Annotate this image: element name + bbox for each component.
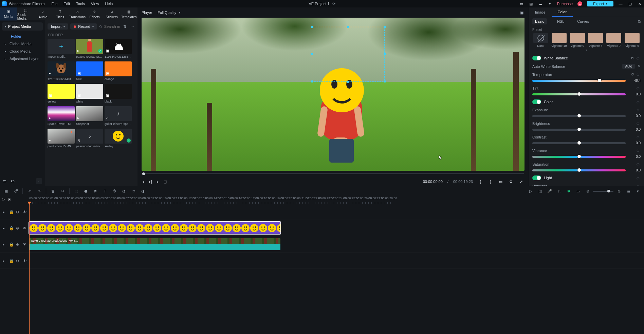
saturation-value[interactable]: 0.0	[629, 168, 641, 172]
playhead[interactable]	[29, 204, 30, 334]
prev-frame-button[interactable]: ◂	[142, 180, 144, 184]
tl-ai-icon[interactable]: ✱	[566, 188, 571, 194]
tl-text-icon[interactable]: T	[102, 188, 108, 194]
quality-dropdown[interactable]: Full Quality▾	[158, 11, 180, 15]
media-item[interactable]: ▸▲production ID_4568686	[48, 129, 75, 150]
cloud-icon[interactable]: ☁	[538, 1, 543, 6]
sidebar-item-cloud-media[interactable]: Cloud Media	[0, 48, 45, 55]
tl-tag-icon[interactable]: ⬣	[83, 188, 89, 194]
preset-item[interactable]: Vignette 9	[569, 33, 586, 48]
sidebar-item-global-media[interactable]: Global Media	[0, 40, 45, 48]
media-search-input[interactable]	[104, 24, 120, 29]
tl-more-icon[interactable]: ▾	[635, 188, 641, 194]
sidebar-item-adjustment-layer[interactable]: Adjustment Layer	[0, 55, 45, 62]
media-search[interactable]	[99, 24, 120, 29]
wb-reset-icon[interactable]: ↺	[631, 56, 634, 60]
media-item[interactable]: ▣black	[105, 84, 132, 105]
subtab-hsl[interactable]: HSL	[554, 18, 567, 24]
preset-item[interactable]: Vignette 6	[624, 33, 641, 48]
window-close-icon[interactable]: ✕	[637, 1, 642, 6]
tab-color[interactable]: Color	[552, 7, 573, 17]
media-item[interactable]: ▸12161396651491232744…	[48, 61, 75, 82]
lane-4[interactable]	[29, 253, 644, 269]
preset-item[interactable]: Vignette 8	[587, 33, 604, 48]
contrast-kf-slot[interactable]: ◇	[637, 135, 641, 139]
premium-icon[interactable]: ✦	[548, 1, 552, 6]
tl-split-icon[interactable]: ✂	[60, 188, 65, 194]
media-item[interactable]: +Import Media	[48, 39, 75, 60]
media-item[interactable]: ▣yellow	[48, 84, 75, 105]
export-button[interactable]: Export▾	[587, 1, 613, 6]
light-kf-slot[interactable]: ◇	[637, 176, 641, 180]
exposure-slider[interactable]	[532, 115, 626, 117]
tl-flag-icon[interactable]: ◫	[537, 188, 543, 194]
import-dropdown[interactable]: Import▾	[48, 23, 68, 30]
contrast-value[interactable]: 0.0	[629, 141, 641, 145]
temperature-value[interactable]: 46.4	[629, 79, 641, 82]
tl-speed-icon[interactable]: ⏱	[112, 188, 117, 194]
tl-crop-icon[interactable]: ⬚	[74, 188, 79, 194]
tl-color-icon[interactable]: ◑	[140, 188, 146, 194]
menu-tools[interactable]: Tools	[76, 2, 85, 6]
preset-item[interactable]: Vignette 7	[605, 33, 622, 48]
ribbon-audio[interactable]: ♪Audio	[34, 7, 52, 20]
tint-keyframe-slot[interactable]: ◇	[637, 86, 641, 90]
media-item[interactable]: ▸✓pexels-rodnae-produc…	[76, 39, 103, 60]
tl-redo-icon[interactable]: ↷	[36, 188, 42, 194]
menu-view[interactable]: View	[91, 2, 99, 6]
ribbon-media[interactable]: ▣Media	[0, 7, 17, 20]
vibrance-slider[interactable]	[532, 156, 626, 158]
snapshot-icon[interactable]: ▣	[519, 10, 525, 15]
window-maximize-icon[interactable]: ▢	[628, 1, 632, 6]
eyedropper-icon[interactable]: ✎	[638, 64, 641, 69]
preset-collapse-icon[interactable]: ▾	[532, 48, 641, 52]
track-lanes[interactable]: pexels-rodnae-productions-7045…	[29, 204, 644, 334]
project-refresh-icon[interactable]: ⟳	[332, 2, 335, 6]
tl-undo-icon[interactable]: ↶	[27, 188, 32, 194]
lane-1[interactable]	[29, 204, 644, 220]
tl-layout-icon[interactable]: ▭	[575, 188, 581, 194]
fullscreen-icon[interactable]: ⤢	[518, 179, 524, 184]
light-toggle[interactable]	[532, 175, 541, 180]
lane-2[interactable]	[29, 220, 644, 236]
saturation-kf-slot[interactable]: ◇	[637, 162, 641, 166]
tab-image[interactable]: Image	[529, 7, 552, 17]
ribbon-titles[interactable]: TTitles	[52, 7, 69, 20]
preview-canvas[interactable]	[142, 18, 525, 171]
tint-value[interactable]: 0.0	[629, 92, 641, 96]
media-item[interactable]: ♪♫guitar-electro-sport-tr…	[105, 106, 132, 127]
clip-video-main[interactable]: pexels-rodnae-productions-7045…	[29, 238, 280, 250]
media-item[interactable]: ▣white	[76, 84, 103, 105]
tl-mic-icon[interactable]: 🎤	[547, 188, 552, 194]
ruler-play-icon[interactable]: ▷	[2, 197, 5, 202]
temp-keyframe-slot[interactable]: ◇	[637, 72, 641, 77]
sidebar-folder[interactable]: Folder	[0, 33, 45, 40]
popout-icon[interactable]: ⧉	[638, 19, 641, 24]
zoom-in-icon[interactable]: ⊕	[616, 188, 622, 194]
tl-duration-icon[interactable]: ◔	[121, 188, 127, 194]
ribbon-effects[interactable]: ✧Effects	[86, 7, 103, 20]
mark-in-icon[interactable]: {	[478, 179, 483, 184]
brightness-kf-slot[interactable]: ◇	[637, 121, 641, 126]
settings-icon[interactable]: ⚙	[508, 179, 514, 184]
tl-play-icon[interactable]: ▷	[528, 188, 533, 194]
menu-help[interactable]: Help	[105, 2, 113, 6]
exposure-kf-slot[interactable]: ◇	[637, 108, 641, 112]
menu-edit[interactable]: Edit	[63, 2, 70, 6]
media-item[interactable]: ♪♫password-infinity-123…	[76, 129, 103, 150]
tl-cursor-icon[interactable]: ⮰	[13, 188, 18, 194]
track-head-4[interactable]: ▸🔒⊙👁	[0, 253, 29, 269]
tl-reverse-icon[interactable]: ⟲	[131, 188, 136, 194]
record-dropdown[interactable]: Record▾	[70, 23, 97, 30]
lane-3[interactable]: pexels-rodnae-productions-7045…	[29, 236, 644, 253]
timeline-ruler[interactable]: ▷ ⎘ 00:00:00:0000:00:01:0000:00:02:0000:…	[0, 196, 644, 204]
tint-slider[interactable]	[532, 93, 626, 95]
temp-reset-icon[interactable]: ↺	[631, 72, 634, 77]
tl-delete-icon[interactable]: 🗑	[50, 188, 56, 194]
vibrance-kf-slot[interactable]: ◇	[637, 148, 641, 153]
temperature-slider[interactable]	[532, 80, 626, 82]
stop-button[interactable]: ▢	[164, 180, 167, 184]
menu-file[interactable]: File	[52, 2, 58, 6]
tl-marker-icon[interactable]: ⚑	[93, 188, 98, 194]
exposure-value[interactable]: 0.0	[629, 114, 641, 118]
